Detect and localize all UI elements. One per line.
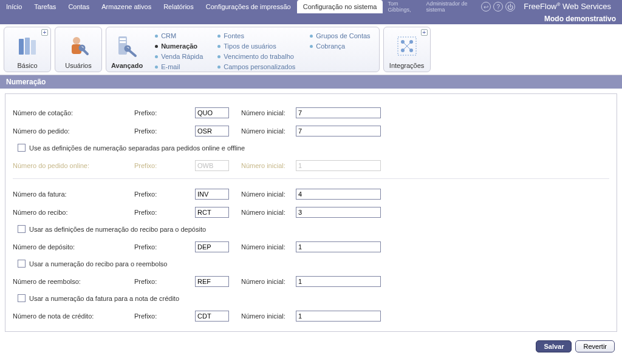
power-icon[interactable]: ⏻ — [505, 2, 515, 12]
checkbox-receipt-refund[interactable] — [18, 260, 26, 268]
label-quote: Número de cotação: — [13, 109, 134, 116]
checkbox-receipt-deposit[interactable] — [18, 225, 26, 233]
mode-bar: Modo demonstrativo — [0, 13, 622, 24]
revert-button[interactable]: Revertir — [575, 340, 615, 352]
menu-config-impressao[interactable]: Configurações de impressão — [200, 0, 297, 13]
input-online-prefix — [195, 160, 229, 171]
input-invoice-prefix[interactable] — [195, 189, 229, 200]
ribbon-users-label: Usuários — [65, 62, 91, 70]
label-prefix: Prefixo: — [134, 127, 195, 135]
label-prefix: Prefixo: — [134, 312, 195, 320]
menu-tarefas[interactable]: Tarefas — [28, 0, 62, 13]
label-initial: Número inicial: — [241, 243, 296, 251]
label-order: Número do pedido: — [13, 127, 134, 135]
label-invoice-credit: Usar a numeração da fatura para a nota d… — [29, 295, 179, 302]
menu-relatorios[interactable]: Relatórios — [157, 0, 200, 13]
input-order-prefix[interactable] — [195, 126, 229, 136]
label-prefix: Prefixo: — [134, 162, 195, 169]
link-campos-personalizados[interactable]: Campos personalizados — [217, 63, 295, 70]
ribbon: + Básico Usuários Avançado CRM Numeração… — [0, 24, 622, 75]
input-receipt-num[interactable] — [296, 207, 381, 218]
label-credit: Número de nota de crédito: — [13, 312, 134, 320]
row-quote: Número de cotação: Prefixo: Número inici… — [13, 104, 609, 122]
label-receipt-deposit: Usar as definições de numeração do recib… — [29, 226, 206, 233]
link-email[interactable]: E-mail — [155, 63, 203, 70]
input-quote-prefix[interactable] — [195, 107, 229, 118]
input-deposit-num[interactable] — [296, 241, 381, 252]
label-split-orders: Use as definições de numeração separadas… — [29, 144, 245, 152]
menu-inicio[interactable]: Início — [0, 0, 28, 13]
row-credit: Número de nota de crédito: Prefixo: Núme… — [13, 307, 609, 325]
user-name: Tom Gibbings, — [388, 1, 416, 13]
input-receipt-prefix[interactable] — [195, 207, 229, 218]
row-online-order: Número do pedido online: Prefixo: Número… — [13, 157, 609, 175]
menu-contas[interactable]: Contas — [62, 0, 95, 13]
user-name-block: Tom Gibbings, — [383, 1, 421, 13]
label-prefix: Prefixo: — [134, 278, 195, 285]
checkbox-invoice-credit[interactable] — [18, 294, 26, 302]
ribbon-integrations[interactable]: + Integrações — [383, 27, 431, 72]
row-order: Número do pedido: Prefixo: Número inicia… — [13, 122, 609, 140]
ribbon-integrations-label: Integrações — [389, 62, 424, 70]
input-credit-num[interactable] — [296, 311, 381, 322]
chk-invoice-credit-row[interactable]: Usar a numeração da fatura para a nota d… — [13, 291, 609, 307]
chk-receipt-deposit-row[interactable]: Usar as definições de numeração do recib… — [13, 221, 609, 238]
input-credit-prefix[interactable] — [195, 311, 229, 322]
ribbon-basic-label: Básico — [17, 62, 37, 70]
ribbon-users[interactable]: Usuários — [55, 27, 102, 72]
menu-armazene[interactable]: Armazene ativos — [95, 0, 157, 13]
link-vencimento[interactable]: Vencimento do trabalho — [217, 53, 295, 60]
label-receipt-refund: Usar a numeração do recibo para o reembo… — [29, 260, 167, 268]
input-quote-num[interactable] — [296, 107, 381, 118]
mode-label: Modo demonstrativo — [544, 15, 616, 23]
label-prefix: Prefixo: — [134, 209, 195, 216]
input-online-num — [296, 160, 381, 171]
svg-rect-7 — [120, 38, 126, 40]
label-receipt: Número do recibo: — [13, 209, 134, 216]
row-receipt: Número do recibo: Prefixo: Número inicia… — [13, 203, 609, 221]
link-cobranca[interactable]: Cobrança — [310, 42, 370, 50]
input-refund-prefix[interactable] — [195, 276, 229, 287]
integrations-icon — [394, 33, 420, 59]
link-grupos-contas[interactable]: Grupos de Contas — [310, 32, 370, 39]
input-invoice-num[interactable] — [296, 189, 381, 200]
save-button[interactable]: Salvar — [536, 340, 572, 352]
label-initial: Número inicial: — [241, 162, 296, 169]
svg-point-3 — [73, 37, 80, 44]
link-numeracao[interactable]: Numeração — [155, 42, 203, 50]
input-order-num[interactable] — [296, 126, 381, 136]
plus-icon[interactable]: + — [41, 29, 48, 36]
brand-label: FreeFlow® Web Services — [518, 2, 617, 11]
link-venda-rapida[interactable]: Venda Rápida — [155, 53, 203, 60]
label-initial: Número inicial: — [241, 209, 296, 216]
ribbon-advanced-label: Avançado — [111, 62, 143, 70]
plus-icon[interactable]: + — [421, 29, 428, 36]
menu-config-sistema[interactable]: Configuração no sistema — [297, 0, 383, 13]
books-icon — [14, 33, 41, 59]
chk-receipt-refund-row[interactable]: Usar a numeração do recibo para o reembo… — [13, 256, 609, 272]
ribbon-basic[interactable]: + Básico — [4, 27, 51, 72]
brand-name: FreeFlow — [524, 2, 556, 12]
user-role-block: Administrador de sistema — [421, 1, 481, 13]
input-deposit-prefix[interactable] — [195, 241, 229, 252]
help-icon[interactable]: ? — [493, 2, 503, 12]
checkbox-split-orders[interactable] — [18, 144, 26, 152]
separator — [13, 178, 609, 179]
user-wrench-icon — [65, 33, 92, 59]
input-refund-num[interactable] — [296, 276, 381, 287]
link-fontes[interactable]: Fontes — [217, 32, 295, 39]
link-crm[interactable]: CRM — [155, 32, 203, 39]
section-title: Numeração — [0, 75, 622, 89]
svg-rect-8 — [120, 41, 126, 43]
label-initial: Número inicial: — [241, 278, 296, 285]
link-tipos-usuarios[interactable]: Tipos de usuários — [217, 42, 295, 50]
label-prefix: Prefixo: — [134, 190, 195, 198]
label-prefix: Prefixo: — [134, 109, 195, 116]
numbering-form: Número de cotação: Prefixo: Número inici… — [5, 93, 617, 332]
back-icon[interactable]: ↩ — [481, 2, 491, 12]
chk-split-orders-row[interactable]: Use as definições de numeração separadas… — [13, 140, 609, 157]
label-initial: Número inicial: — [241, 190, 296, 198]
label-initial: Número inicial: — [241, 312, 296, 320]
label-prefix: Prefixo: — [134, 243, 195, 251]
label-deposit: Número de depósito: — [13, 243, 134, 251]
